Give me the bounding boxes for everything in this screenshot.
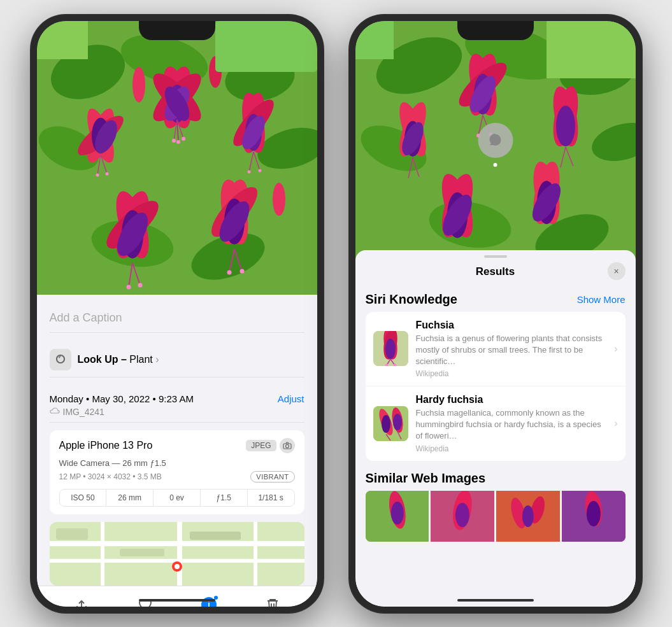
svg-point-19 (172, 139, 176, 143)
phone-2-screen: Results × Siri Knowledge Show More (355, 21, 636, 607)
section-title-siri: Siri Knowledge (366, 292, 457, 307)
hardy-desc: Fuchsia magellanica, commonly known as t… (416, 407, 610, 442)
delete-button[interactable] (264, 596, 282, 607)
results-sheet: Results × Siri Knowledge Show More (355, 250, 636, 607)
home-indicator-2 (457, 599, 534, 602)
svg-point-138 (455, 503, 469, 527)
exif-iso: ISO 50 (60, 490, 107, 506)
svg-point-41 (273, 183, 285, 216)
phone-2: Results × Siri Knowledge Show More (349, 15, 642, 613)
web-images-section: Similar Web Images (366, 471, 626, 542)
knowledge-card: Fuchsia Fuchsia is a genus of flowering … (366, 312, 626, 461)
info-panel: Add a Caption Look Up – Plant › (37, 295, 317, 586)
vol-up-button-2[interactable] (349, 116, 350, 145)
svg-point-59 (227, 270, 231, 274)
device-card: Apple iPhone 13 Pro JPEG (50, 430, 304, 514)
mute-switch[interactable] (31, 91, 31, 110)
web-images-title: Similar Web Images (366, 471, 486, 486)
svg-rect-71 (120, 549, 164, 556)
style-badge: VIBRANT (250, 471, 294, 483)
photo-image (37, 21, 317, 295)
web-img-4[interactable] (562, 491, 626, 542)
hardy-source: Wikipedia (416, 444, 610, 453)
lookup-icon (50, 349, 71, 370)
results-header: Results × (355, 258, 636, 285)
svg-point-145 (587, 501, 601, 526)
exif-aperture: ƒ1.5 (201, 490, 248, 506)
hardy-thumb (373, 406, 408, 441)
share-button[interactable] (73, 596, 90, 607)
svg-rect-67 (101, 522, 104, 586)
device-name: Apple iPhone 13 Pro (59, 440, 153, 451)
map-preview[interactable] (50, 522, 304, 586)
power-button-2[interactable] (641, 129, 642, 174)
show-more-button[interactable]: Show More (577, 294, 626, 305)
svg-point-18 (182, 137, 185, 141)
camera-icon (280, 438, 295, 453)
lookup-text: Look Up – Plant › (78, 354, 304, 365)
web-img-2[interactable] (431, 491, 494, 542)
web-images-header: Similar Web Images (366, 471, 626, 486)
svg-point-135 (390, 502, 403, 525)
knowledge-item-hardy[interactable]: Hardy fuchsia Fuchsia magellanica, commo… (366, 386, 626, 461)
results-content: Siri Knowledge Show More (355, 285, 636, 542)
notch-2 (457, 21, 534, 40)
caption-field[interactable]: Add a Caption (50, 304, 304, 333)
svg-rect-116 (547, 21, 636, 78)
fuchsia-info: Fuchsia Fuchsia is a genus of flowering … (416, 320, 610, 379)
vol-up-button[interactable] (31, 116, 31, 145)
phone-1: Add a Caption Look Up – Plant › (31, 15, 324, 613)
vol-down-button[interactable] (31, 151, 31, 180)
chevron-icon: › (155, 354, 159, 365)
svg-rect-69 (254, 522, 257, 586)
lookup-subject: Plant (129, 354, 152, 365)
notch (139, 21, 215, 40)
web-img-3[interactable] (496, 491, 560, 542)
svg-rect-117 (355, 21, 394, 59)
svg-rect-61 (37, 21, 88, 59)
svg-point-130 (393, 414, 402, 430)
siri-dot (494, 163, 497, 167)
svg-point-63 (285, 444, 289, 447)
close-button[interactable]: × (608, 262, 626, 280)
svg-point-58 (239, 269, 244, 273)
chevron-icon-2: › (614, 418, 617, 429)
date-section: Monday • May 30, 2022 • 9:23 AM Adjust I… (50, 387, 304, 423)
resolution-text: 12 MP • 3024 × 4032 • 3.5 MB (59, 472, 162, 481)
home-indicator (139, 599, 215, 602)
power-button[interactable] (323, 129, 324, 174)
svg-point-142 (522, 505, 534, 527)
svg-rect-70 (56, 528, 88, 540)
results-title: Results (476, 265, 515, 278)
device-header: Apple iPhone 13 Pro JPEG (59, 438, 295, 453)
svg-rect-68 (177, 522, 182, 586)
camera-spec: Wide Camera — 26 mm ƒ1.5 (59, 458, 295, 468)
svg-point-105 (556, 106, 575, 146)
web-img-1[interactable] (366, 491, 429, 542)
lookup-label: Look Up – (78, 354, 127, 365)
close-icon: × (613, 266, 618, 276)
hardy-name: Hardy fuchsia (416, 394, 610, 405)
mute-switch-2[interactable] (349, 91, 350, 110)
svg-point-128 (382, 415, 390, 433)
lookup-row[interactable]: Look Up – Plant › (50, 342, 304, 377)
web-images-grid (366, 491, 626, 542)
adjust-button[interactable]: Adjust (278, 393, 304, 404)
svg-point-29 (96, 173, 99, 176)
svg-point-121 (385, 339, 396, 359)
caption-placeholder: Add a Caption (50, 311, 122, 324)
fuchsia-thumb (373, 331, 408, 366)
siri-visual-lookup-button[interactable] (478, 123, 513, 158)
vol-down-button-2[interactable] (349, 151, 350, 180)
fuchsia-name: Fuchsia (416, 320, 610, 331)
svg-point-28 (105, 172, 108, 175)
hardy-info: Hardy fuchsia Fuchsia magellanica, commo… (416, 394, 610, 453)
svg-point-49 (138, 283, 142, 287)
format-badge: JPEG (246, 440, 276, 451)
svg-point-37 (258, 169, 261, 172)
phone-1-screen: Add a Caption Look Up – Plant › (37, 21, 317, 607)
knowledge-item-fuchsia[interactable]: Fuchsia Fuchsia is a genus of flowering … (366, 312, 626, 387)
svg-point-20 (176, 140, 180, 144)
date-text: Monday • May 30, 2022 • 9:23 AM (50, 393, 194, 404)
svg-point-39 (132, 67, 145, 102)
